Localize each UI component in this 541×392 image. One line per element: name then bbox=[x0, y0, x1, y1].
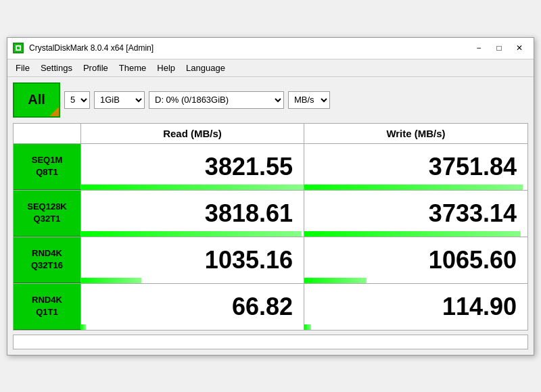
svg-rect-3 bbox=[17, 47, 20, 49]
status-bar bbox=[13, 335, 528, 349]
table-row: SEQ128KQ32T1 3818.61 3733.14 bbox=[14, 191, 527, 237]
row-read-seq128k: 3818.61 bbox=[81, 191, 304, 237]
toolbar: All 5 1 3 9 1GiB 512MiB 2GiB 4GiB D: 0% … bbox=[13, 82, 528, 118]
header-read: Read (MB/s) bbox=[81, 124, 304, 143]
unit-select[interactable]: MB/s GB/s IOPS bbox=[288, 91, 330, 109]
row-write-seq128k: 3733.14 bbox=[304, 191, 527, 237]
menu-help[interactable]: Help bbox=[151, 61, 181, 75]
row-label-rnd4k-q1: RND4KQ1T1 bbox=[14, 284, 81, 330]
table-row: SEQ1MQ8T1 3821.55 3751.84 bbox=[14, 144, 527, 191]
row-label-seq1m: SEQ1MQ8T1 bbox=[14, 144, 81, 190]
table-row: RND4KQ1T1 66.82 114.90 bbox=[14, 284, 527, 330]
drive-select[interactable]: D: 0% (0/1863GiB) bbox=[149, 91, 284, 109]
minimize-button[interactable]: − bbox=[470, 41, 488, 55]
runs-select[interactable]: 5 1 3 9 bbox=[64, 91, 90, 109]
title-bar: CrystalDiskMark 8.0.4 x64 [Admin] − □ ✕ bbox=[7, 38, 534, 59]
row-write-seq1m: 3751.84 bbox=[304, 144, 527, 190]
title-bar-left: CrystalDiskMark 8.0.4 x64 [Admin] bbox=[13, 43, 154, 53]
all-button[interactable]: All bbox=[13, 82, 60, 118]
header-write: Write (MB/s) bbox=[304, 124, 527, 143]
row-write-rnd4k-q32: 1065.60 bbox=[304, 237, 527, 283]
row-label-seq128k: SEQ128KQ32T1 bbox=[14, 191, 81, 237]
table-header: Read (MB/s) Write (MB/s) bbox=[14, 124, 527, 144]
menu-settings[interactable]: Settings bbox=[35, 61, 78, 75]
menu-language[interactable]: Language bbox=[181, 61, 231, 75]
header-empty bbox=[14, 124, 81, 143]
row-label-rnd4k-q32: RND4KQ32T16 bbox=[14, 237, 81, 283]
menu-file[interactable]: File bbox=[10, 61, 35, 75]
table-row: RND4KQ32T16 1035.16 1065.60 bbox=[14, 237, 527, 284]
row-read-rnd4k-q32: 1035.16 bbox=[81, 237, 304, 283]
row-read-rnd4k-q1: 66.82 bbox=[81, 284, 304, 330]
main-content: All 5 1 3 9 1GiB 512MiB 2GiB 4GiB D: 0% … bbox=[7, 77, 534, 355]
menu-theme[interactable]: Theme bbox=[114, 61, 151, 75]
window-title: CrystalDiskMark 8.0.4 x64 [Admin] bbox=[29, 43, 154, 53]
app-icon bbox=[13, 43, 24, 53]
menu-bar: File Settings Profile Theme Help Languag… bbox=[7, 59, 534, 77]
size-select[interactable]: 1GiB 512MiB 2GiB 4GiB bbox=[94, 91, 145, 109]
maximize-button[interactable]: □ bbox=[490, 41, 508, 55]
window-controls: − □ ✕ bbox=[470, 41, 528, 55]
close-button[interactable]: ✕ bbox=[511, 41, 528, 55]
row-write-rnd4k-q1: 114.90 bbox=[304, 284, 527, 330]
benchmark-table: Read (MB/s) Write (MB/s) SEQ1MQ8T1 3821.… bbox=[13, 123, 528, 330]
row-read-seq1m: 3821.55 bbox=[81, 144, 304, 190]
menu-profile[interactable]: Profile bbox=[78, 61, 114, 75]
main-window: CrystalDiskMark 8.0.4 x64 [Admin] − □ ✕ … bbox=[7, 37, 534, 356]
